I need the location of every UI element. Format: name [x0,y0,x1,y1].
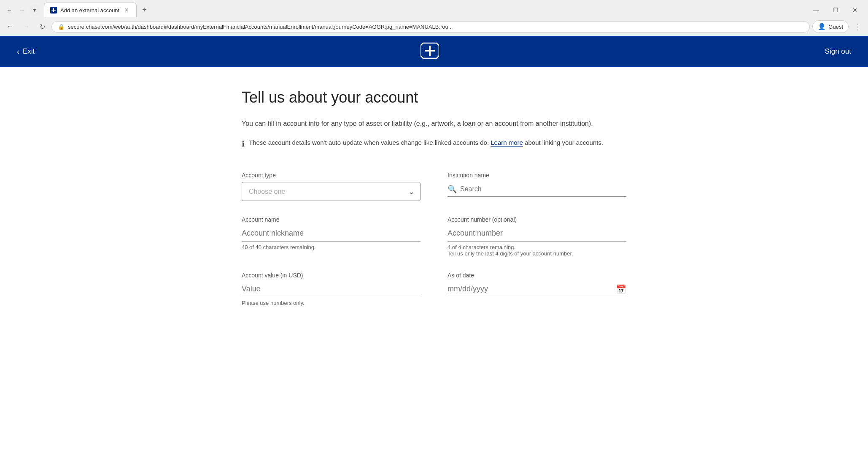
nav-back-button[interactable]: ← [3,20,17,33]
info-notice: ℹ These account details won't auto-updat… [242,138,626,150]
as-of-date-field: As of date 📅 [447,272,626,306]
chase-logo [421,41,439,62]
signout-button[interactable]: Sign out [825,47,851,56]
account-value-input[interactable] [242,281,421,297]
profile-avatar[interactable]: ▼ [29,4,40,16]
tab-bar: ← → ▼ Add an external account ✕ + — ❐ ✕ [0,0,868,17]
account-name-input[interactable] [242,225,421,242]
minimize-button[interactable]: — [806,3,826,17]
active-tab[interactable]: Add an external account ✕ [44,3,137,17]
account-name-hint: 40 of 40 characters remaining. [242,244,421,250]
close-window-button[interactable]: ✕ [845,3,865,17]
date-input-wrapper: 📅 [447,281,626,297]
account-type-select[interactable]: Choose one [242,182,421,201]
account-number-field: Account number (optional) 4 of 4 charact… [447,216,626,257]
search-icon: 🔍 [447,185,457,194]
as-of-date-label: As of date [447,272,626,279]
profile-icon: 👤 [818,23,826,30]
more-options-button[interactable]: ⋮ [851,20,865,33]
account-name-label: Account name [242,216,421,223]
secure-icon: 🔒 [58,24,65,30]
info-circle-icon: ℹ [242,138,245,150]
profile-button[interactable]: 👤 Guest [812,20,849,33]
nav-forward-button[interactable]: → [19,20,33,33]
tab-favicon [50,7,57,14]
account-value-hint: Please use numbers only. [242,300,421,306]
profile-label: Guest [828,24,843,30]
calendar-icon: 📅 [616,284,626,294]
svg-rect-6 [429,46,431,56]
account-type-label: Account type [242,172,421,179]
chase-header: ‹ Exit Sign out [0,36,868,67]
learn-more-link[interactable]: Learn more [491,139,523,146]
new-tab-button[interactable]: + [138,4,150,16]
browser-toolbar: ← → ↻ 🔒 secure.chase.com/web/auth/dashbo… [0,17,868,36]
chase-logo-icon [421,41,439,60]
account-name-field: Account name 40 of 40 characters remaini… [242,216,421,257]
institution-name-label: Institution name [447,172,626,179]
account-number-label: Account number (optional) [447,216,626,223]
form-grid: Account type Choose one ⌄ Institution na… [242,172,626,306]
tab-controls: ← → ▼ [3,4,40,16]
exit-label: Exit [23,47,35,56]
calendar-icon-button[interactable]: 📅 [616,284,626,294]
page-title: Tell us about your account [242,89,626,106]
notice-text: These account details won't auto-update … [249,138,603,148]
account-type-dropdown-wrapper: Choose one ⌄ [242,182,421,201]
institution-name-field: Institution name 🔍 [447,172,626,201]
window-controls: — ❐ ✕ [806,3,865,17]
account-number-hint2: Tell us only the last 4 digits of your a… [447,250,626,257]
page-description: You can fill in account info for any typ… [242,118,626,129]
back-button[interactable]: ← [3,4,15,16]
svg-rect-2 [53,8,54,12]
browser-chrome: ← → ▼ Add an external account ✕ + — ❐ ✕ [0,0,868,36]
forward-button[interactable]: → [16,4,28,16]
back-arrow-icon: ‹ [17,47,19,56]
account-value-label: Account value (in USD) [242,272,421,279]
tab-close-button[interactable]: ✕ [123,6,130,14]
main-content: Tell us about your account You can fill … [232,67,636,328]
account-value-field: Account value (in USD) Please use number… [242,272,421,306]
maximize-button[interactable]: ❐ [826,3,845,17]
institution-search-input[interactable] [447,182,626,196]
institution-search-wrapper: 🔍 [447,182,626,197]
address-bar[interactable]: 🔒 secure.chase.com/web/auth/dashboard#/d… [51,21,810,33]
tab-title: Add an external account [60,7,119,14]
account-type-field: Account type Choose one ⌄ [242,172,421,201]
as-of-date-input[interactable] [447,281,626,297]
signout-label: Sign out [825,47,851,55]
exit-button[interactable]: ‹ Exit [17,47,35,56]
address-text: secure.chase.com/web/auth/dashboard#/das… [68,24,803,30]
account-number-hint1: 4 of 4 characters remaining. [447,244,626,250]
account-number-input[interactable] [447,225,626,242]
reload-button[interactable]: ↻ [35,20,49,33]
